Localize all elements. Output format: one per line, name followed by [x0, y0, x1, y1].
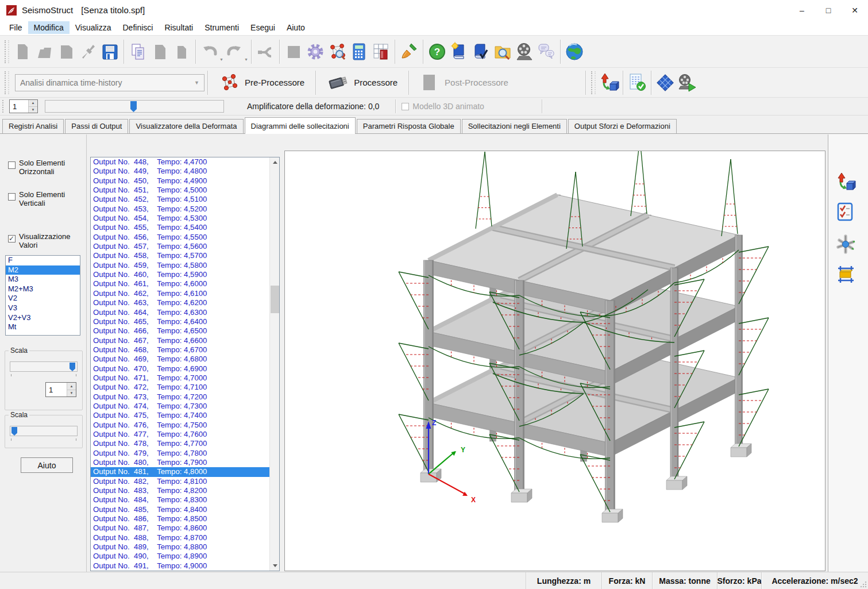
- output-step-row[interactable]: Output No. 481, Tempo: 4,8000: [91, 467, 269, 476]
- paintbrush-icon[interactable]: [398, 40, 420, 64]
- media-reel-icon[interactable]: [514, 40, 535, 64]
- redo-icon[interactable]: [223, 40, 245, 64]
- analysis-type-combobox[interactable]: Analisi dinamica time-history ▼: [15, 74, 205, 91]
- resize-grip[interactable]: [860, 581, 867, 588]
- output-step-row[interactable]: Output No. 471, Tempo: 4,7000: [91, 374, 269, 383]
- toolbar-grip[interactable]: [5, 71, 9, 94]
- scrollbar-thumb[interactable]: [271, 286, 279, 313]
- manual-book-icon[interactable]: [448, 40, 470, 64]
- tab-registri-analisi[interactable]: Registri Analisi: [2, 119, 64, 133]
- output-step-row[interactable]: Output No. 489, Tempo: 4,8800: [91, 542, 269, 552]
- menu-esegui[interactable]: Esegui: [245, 21, 281, 34]
- model-3d-viewport[interactable]: ZYX: [284, 151, 825, 571]
- spinner-up-icon[interactable]: ▲: [29, 100, 37, 106]
- output-step-row[interactable]: Output No. 473, Tempo: 4,7200: [91, 392, 269, 402]
- output-step-row[interactable]: Output No. 480, Tempo: 4,7900: [91, 458, 269, 467]
- output-step-row[interactable]: Output No. 469, Tempo: 4,6800: [91, 355, 269, 364]
- toolbar-grip[interactable]: [5, 40, 9, 63]
- report-table-icon[interactable]: [370, 40, 392, 64]
- tab-output-sforzi-e-deformazioni[interactable]: Output Sforzi e Deformazioni: [568, 119, 677, 133]
- deformed-shape-view-icon[interactable]: [834, 170, 858, 194]
- checklist-icon[interactable]: [834, 200, 858, 224]
- quantity-option-v3[interactable]: V3: [6, 303, 80, 313]
- undo-dropdown-icon[interactable]: ▼: [219, 57, 223, 67]
- tab-visualizzatore-della-deformata[interactable]: Visualizzatore della Deformata: [129, 119, 243, 133]
- close-file-icon[interactable]: [55, 40, 77, 64]
- menu-visualizza[interactable]: Visualizza: [70, 21, 117, 34]
- tab-sollecitazioni-negli-elementi[interactable]: Sollecitazioni negli Elementi: [462, 119, 567, 133]
- quantity-option-v2+v3[interactable]: V2+V3: [6, 313, 80, 323]
- deformed-shape-icon[interactable]: [598, 71, 620, 95]
- show-values-checkbox[interactable]: [8, 235, 16, 242]
- output-step-row[interactable]: Output No. 453, Tempo: 4,5200: [91, 205, 269, 214]
- output-step-row[interactable]: Output No. 475, Tempo: 4,7400: [91, 411, 269, 420]
- output-steps-list[interactable]: Output No. 448, Tempo: 4,4700Output No. …: [91, 157, 269, 571]
- paste-icon[interactable]: [149, 40, 171, 64]
- animated-model-checkbox-row[interactable]: Modello 3D animato: [402, 102, 484, 111]
- scale-slider-2-thumb[interactable]: [11, 427, 17, 436]
- output-step-row[interactable]: Output No. 460, Tempo: 4,5900: [91, 270, 269, 279]
- toolbar-grip[interactable]: [591, 71, 596, 94]
- menu-aiuto[interactable]: Aiuto: [281, 21, 311, 34]
- output-step-row[interactable]: Output No. 450, Tempo: 4,4900: [91, 176, 269, 186]
- output-step-row[interactable]: Output No. 454, Tempo: 4,5300: [91, 214, 269, 223]
- output-step-row[interactable]: Output No. 476, Tempo: 4,7500: [91, 421, 269, 430]
- spinner-up-icon[interactable]: ▲: [67, 383, 76, 390]
- quantity-option-v2[interactable]: V2: [6, 294, 80, 303]
- horizontal-elements-checkbox[interactable]: [8, 161, 16, 169]
- output-step-row[interactable]: Output No. 468, Tempo: 4,6700: [91, 345, 269, 355]
- wizard-icon[interactable]: [77, 40, 99, 64]
- verify-book-icon[interactable]: [470, 40, 492, 64]
- scale-slider-1[interactable]: [10, 361, 78, 372]
- calculator-icon[interactable]: [348, 40, 370, 64]
- minimize-button[interactable]: –: [789, 0, 815, 20]
- redo-dropdown-icon[interactable]: ▼: [244, 57, 248, 67]
- output-step-row[interactable]: Output No. 485, Tempo: 4,8400: [91, 505, 269, 514]
- scale-slider-1-thumb[interactable]: [70, 363, 75, 371]
- quantity-option-m2+m3[interactable]: M2+M3: [6, 284, 80, 294]
- output-step-row[interactable]: Output No. 467, Tempo: 4,6600: [91, 336, 269, 345]
- post-processor-button[interactable]: Post-Processore: [412, 70, 516, 95]
- output-step-row[interactable]: Output No. 470, Tempo: 4,6900: [91, 364, 269, 374]
- step-spinner[interactable]: 1 ▲ ▼: [9, 99, 38, 113]
- scale-slider-2[interactable]: [10, 426, 78, 436]
- output-step-row[interactable]: Output No. 458, Tempo: 4,5700: [91, 251, 269, 260]
- output-step-row[interactable]: Output No. 463, Tempo: 4,6200: [91, 298, 269, 307]
- output-step-row[interactable]: Output No. 490, Tempo: 4,8900: [91, 552, 269, 561]
- tab-diagrammi-delle-sollecitazioni[interactable]: Diagrammi delle sollecitazioni: [245, 117, 356, 134]
- undo-icon[interactable]: [199, 40, 221, 64]
- output-step-row[interactable]: Output No. 448, Tempo: 4,4700: [91, 157, 269, 167]
- output-step-row[interactable]: Output No. 479, Tempo: 4,7800: [91, 449, 269, 458]
- output-step-row[interactable]: Output No. 487, Tempo: 4,8600: [91, 523, 269, 533]
- node-search-icon[interactable]: [326, 40, 348, 64]
- output-step-row[interactable]: Output No. 477, Tempo: 4,7600: [91, 430, 269, 439]
- amplifier-slider[interactable]: [45, 100, 224, 113]
- close-button[interactable]: ✕: [842, 0, 868, 20]
- beam-section-icon[interactable]: [834, 262, 858, 286]
- copy-page-icon[interactable]: [127, 40, 149, 64]
- menu-modifica[interactable]: Modifica: [28, 21, 70, 34]
- output-step-row[interactable]: Output No. 457, Tempo: 4,5600: [91, 242, 269, 251]
- tab-passi-di-output[interactable]: Passi di Output: [65, 119, 128, 133]
- branch-icon[interactable]: [254, 40, 276, 64]
- animated-model-checkbox[interactable]: [402, 103, 409, 110]
- analysis-report-icon[interactable]: [626, 71, 648, 95]
- output-step-row[interactable]: Output No. 464, Tempo: 4,6300: [91, 308, 269, 317]
- output-step-row[interactable]: Output No. 452, Tempo: 4,5100: [91, 195, 269, 204]
- vertical-elements-checkbox-row[interactable]: Solo Elementi Verticali: [8, 190, 74, 208]
- horizontal-elements-checkbox-row[interactable]: Solo Elementi Orizzontali: [8, 159, 74, 176]
- node-axes-icon[interactable]: [834, 232, 858, 256]
- menu-file[interactable]: File: [3, 21, 28, 34]
- save-icon[interactable]: [99, 40, 121, 64]
- output-step-row[interactable]: Output No. 462, Tempo: 4,6100: [91, 289, 269, 298]
- menu-strumenti[interactable]: Strumenti: [199, 21, 245, 34]
- spinner-down-icon[interactable]: ▼: [29, 106, 37, 113]
- menu-risultati[interactable]: Risultati: [159, 21, 199, 34]
- output-step-row[interactable]: Output No. 461, Tempo: 4,6000: [91, 279, 269, 288]
- output-step-row[interactable]: Output No. 465, Tempo: 4,6400: [91, 317, 269, 326]
- maximize-button[interactable]: □: [815, 0, 842, 20]
- web-globe-icon[interactable]: [564, 40, 585, 64]
- scrollbar-up-icon[interactable]: [270, 157, 280, 167]
- processor-button[interactable]: Processore: [319, 70, 406, 95]
- output-step-row[interactable]: Output No. 474, Tempo: 4,7300: [91, 402, 269, 411]
